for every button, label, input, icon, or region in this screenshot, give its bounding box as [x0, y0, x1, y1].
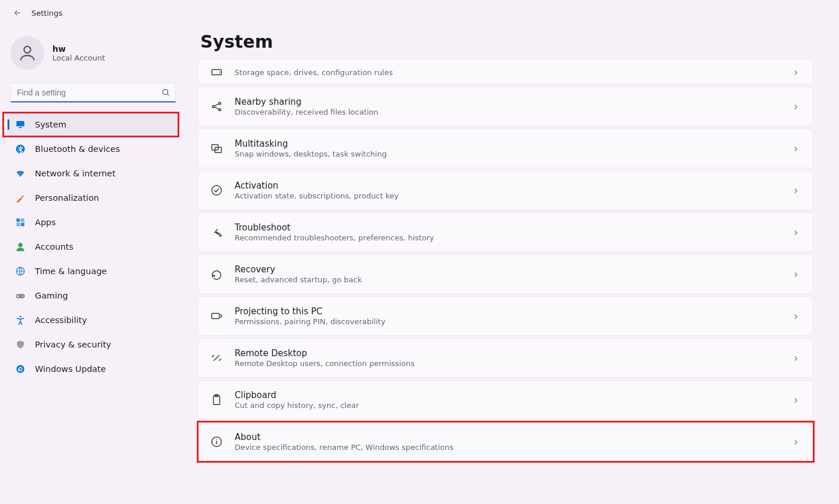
- svg-rect-3: [19, 127, 22, 129]
- app-title: Settings: [31, 9, 62, 17]
- card-subtitle: Permissions, pairing PIN, discoverabilit…: [235, 317, 780, 326]
- globe-icon: [15, 266, 26, 276]
- sidebar-item-label: Gaming: [35, 291, 68, 300]
- sidebar-item-personalization[interactable]: Personalization: [7, 186, 179, 210]
- card-subtitle: Cut and copy history, sync, clear: [235, 401, 780, 410]
- card-storage[interactable]: Storage Storage space, drives, configura…: [198, 60, 813, 84]
- titlebar: Settings: [7, 8, 179, 17]
- update-icon: [15, 364, 26, 374]
- sidebar-item-apps[interactable]: Apps: [7, 211, 179, 234]
- svg-rect-8: [21, 223, 24, 226]
- settings-cards: Storage Storage space, drives, configura…: [198, 60, 813, 462]
- card-title: Nearby sharing: [235, 97, 780, 107]
- svg-rect-6: [21, 218, 24, 222]
- sidebar-item-label: Time & language: [35, 267, 107, 276]
- sidebar-item-system[interactable]: System: [7, 113, 179, 136]
- card-remote[interactable]: Remote Desktop Remote Desktop users, con…: [198, 338, 813, 378]
- sidebar-item-label: Network & internet: [35, 169, 115, 178]
- recovery-icon: [210, 268, 223, 281]
- main-content: System Storage Storage space, drives, co…: [186, 0, 839, 504]
- sidebar-item-label: Bluetooth & devices: [35, 144, 120, 154]
- sidebar-item-privacy[interactable]: Privacy & security: [7, 333, 179, 356]
- search-wrap: [10, 83, 176, 102]
- card-multitask[interactable]: Multitasking Snap windows, desktops, tas…: [198, 129, 813, 168]
- card-nearby[interactable]: Nearby sharing Discoverability, received…: [198, 87, 813, 126]
- project-icon: [210, 310, 223, 322]
- chevron-right-icon: [792, 144, 800, 152]
- svg-point-12: [22, 296, 23, 297]
- card-subtitle: Remote Desktop users, connection permiss…: [235, 359, 780, 368]
- sidebar-item-label: Accessibility: [35, 315, 87, 325]
- user-subtitle: Local Account: [52, 54, 105, 62]
- card-project[interactable]: Projecting to this PC Permissions, pairi…: [198, 296, 813, 336]
- chevron-right-icon: [792, 102, 800, 111]
- chevron-right-icon: [792, 312, 800, 320]
- multitask-icon: [210, 142, 223, 155]
- card-troubleshoot[interactable]: Troubleshoot Recommended troubleshooters…: [198, 212, 813, 252]
- share-icon: [210, 100, 223, 113]
- remote-icon: [210, 352, 223, 364]
- sidebar-item-accessibility[interactable]: Accessibility: [7, 308, 179, 332]
- brush-icon: [15, 193, 26, 203]
- wifi-icon: [15, 168, 26, 179]
- card-activation[interactable]: Activation Activation state, subscriptio…: [198, 171, 813, 210]
- card-subtitle: Reset, advanced startup, go back: [235, 275, 780, 284]
- account-icon: [15, 242, 26, 252]
- chevron-right-icon: [792, 186, 800, 194]
- svg-point-1: [163, 90, 168, 95]
- sidebar-item-bluetooth[interactable]: Bluetooth & devices: [7, 137, 179, 161]
- search-icon: [161, 88, 170, 97]
- nav-list: System Bluetooth & devices Network & int…: [7, 113, 179, 381]
- card-title: Projecting to this PC: [235, 306, 780, 317]
- sidebar-item-label: System: [35, 120, 66, 129]
- drive-icon: [210, 66, 223, 79]
- clipboard-icon: [210, 393, 223, 406]
- sidebar-item-label: Accounts: [35, 242, 73, 251]
- svg-rect-7: [16, 223, 20, 226]
- sidebar-item-time[interactable]: Time & language: [7, 260, 179, 283]
- avatar: [10, 36, 44, 70]
- sidebar-item-gaming[interactable]: Gaming: [7, 284, 179, 307]
- card-title: Troubleshoot: [235, 222, 780, 233]
- gaming-icon: [15, 290, 26, 301]
- sidebar-item-label: Personalization: [35, 193, 99, 203]
- display-icon: [15, 119, 26, 130]
- page-title: System: [198, 31, 813, 52]
- chevron-right-icon: [792, 354, 800, 362]
- card-subtitle: Activation state, subscriptions, product…: [235, 191, 780, 200]
- bluetooth-icon: [15, 144, 26, 154]
- back-icon[interactable]: [13, 8, 22, 17]
- accessibility-icon: [15, 315, 26, 325]
- sidebar-item-label: Windows Update: [35, 364, 106, 374]
- card-recovery[interactable]: Recovery Reset, advanced startup, go bac…: [198, 254, 813, 294]
- card-title: Activation: [235, 180, 780, 191]
- search-input[interactable]: [10, 83, 176, 102]
- svg-point-22: [212, 186, 222, 196]
- svg-point-14: [16, 365, 24, 373]
- chevron-right-icon: [792, 228, 800, 236]
- card-subtitle: Snap windows, desktops, task switching: [235, 150, 780, 158]
- sidebar-item-network[interactable]: Network & internet: [7, 162, 179, 185]
- info-icon: [210, 435, 223, 448]
- card-subtitle: Recommended troubleshooters, preferences…: [235, 233, 780, 242]
- apps-icon: [15, 217, 26, 228]
- card-title: Multitasking: [235, 139, 780, 149]
- chevron-right-icon: [792, 270, 800, 278]
- sidebar-item-accounts[interactable]: Accounts: [7, 235, 179, 258]
- svg-point-13: [20, 316, 22, 318]
- card-about[interactable]: About Device specifications, rename PC, …: [198, 422, 813, 462]
- card-subtitle: Storage space, drives, configuration rul…: [235, 68, 780, 77]
- sidebar: Settings hw Local Account System Bluetoo…: [0, 0, 186, 504]
- chevron-right-icon: [792, 68, 800, 76]
- card-clipboard[interactable]: Clipboard Cut and copy history, sync, cl…: [198, 380, 813, 420]
- user-block[interactable]: hw Local Account: [7, 34, 179, 72]
- sidebar-item-update[interactable]: Windows Update: [7, 357, 179, 381]
- sidebar-item-label: Apps: [35, 218, 56, 227]
- wrench-icon: [210, 226, 223, 239]
- shield-icon: [15, 339, 26, 350]
- card-subtitle: Device specifications, rename PC, Window…: [235, 443, 780, 452]
- chevron-right-icon: [792, 396, 800, 404]
- card-title: Clipboard: [235, 390, 780, 400]
- card-title: Remote Desktop: [235, 348, 780, 359]
- svg-rect-23: [212, 313, 220, 318]
